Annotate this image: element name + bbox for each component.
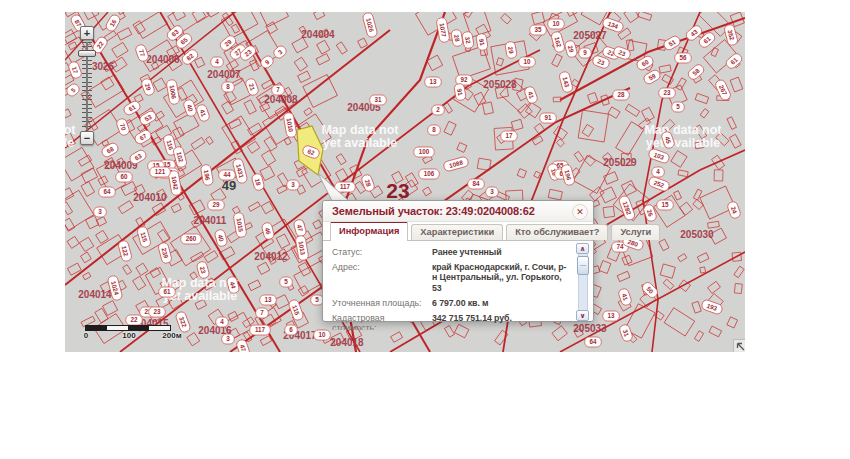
parcel-marker[interactable]: 3 [486,187,499,197]
parcel-marker[interactable]: 13 [425,77,442,87]
svg-text:Map data not: Map data not [321,123,399,137]
svg-text:10: 10 [552,20,560,27]
parcel-marker[interactable]: 106 [419,169,440,179]
svg-text:yet available: yet available [646,136,720,150]
scrollbar-thumb[interactable] [577,256,589,275]
zoom-out-button[interactable]: − [80,131,94,145]
parcel-marker[interactable]: 60 [116,172,133,182]
svg-text:91: 91 [544,114,552,121]
parcel-marker[interactable]: 4 [652,167,665,177]
quarter-label: 205030 [680,229,714,240]
svg-text:117: 117 [255,326,266,333]
quarter-label: 204012 [254,251,288,262]
tab-who-services[interactable]: Кто обслуживает? [506,224,608,240]
parcel-marker[interactable]: 15 [657,200,674,210]
tab-services[interactable]: Услуги [611,224,660,240]
svg-text:8: 8 [432,126,436,133]
parcel-marker[interactable]: 7 [272,85,285,95]
parcel-marker[interactable]: 8 [428,125,441,135]
parcel-marker[interactable]: 7 [256,308,269,318]
field-label: Статус: [332,247,428,258]
svg-text:2: 2 [436,106,440,113]
parcel-marker[interactable]: 3 [222,334,235,344]
parcel-marker[interactable]: 10 [519,57,536,67]
zoom-slider[interactable]: + − [78,26,96,148]
parcel-marker[interactable]: 260 [181,234,202,244]
svg-text:5: 5 [284,278,288,285]
parcel-info-popup: Земельный участок: 23:49:0204008:62 ✕ Ин… [322,200,594,322]
field-label: Адрес: [332,262,428,294]
map-watermark: Map data notyet available [644,123,722,150]
parcel-marker[interactable]: 2 [432,105,445,115]
quarter-label: 205028 [483,79,517,90]
parcel-marker[interactable]: 3 [287,180,300,190]
parcel-marker[interactable]: 29 [208,200,225,210]
map-corner-arrow-icon[interactable] [733,339,745,352]
parcel-marker[interactable]: 13 [260,295,277,305]
close-icon[interactable]: ✕ [572,204,588,220]
scale-bar: 0 100 200м [83,322,193,344]
tab-information[interactable]: Информация [330,220,408,241]
parcel-marker[interactable]: 64 [585,337,602,347]
parcel-marker[interactable]: 64 [99,187,116,197]
parcel-marker[interactable]: 3 [94,207,107,217]
parcel-marker[interactable]: 8 [222,82,235,92]
parcel-marker[interactable]: 56 [675,53,692,63]
popup-title: Земельный участок: 23:49:0204008:62 [332,205,535,217]
parcel-marker[interactable]: 17 [501,131,518,141]
parcel-marker[interactable]: 9 [579,48,592,58]
svg-text:35: 35 [534,26,542,33]
parcel-marker[interactable]: 13 [603,311,620,321]
svg-text:Map data not: Map data not [644,123,722,137]
svg-text:17: 17 [505,132,513,139]
parcel-marker[interactable]: 6 [285,325,298,335]
popup-callout-tail [312,168,357,204]
popup-scrollbar[interactable]: ∧ ∨ [576,243,589,321]
field-value: край Краснодарский, г. Сочи, р-н Централ… [432,262,569,294]
svg-text:31: 31 [374,96,382,103]
scale-label-0: 0 [84,331,88,340]
svg-text:61: 61 [163,288,171,295]
parcel-marker[interactable]: 100 [414,147,435,157]
district-label: 23 [386,179,409,202]
scroll-up-icon[interactable]: ∧ [576,243,589,254]
parcel-marker[interactable]: 23 [149,307,166,317]
field-row: Адрес:край Краснодарский, г. Сочи, р-н Ц… [332,262,569,294]
parcel-marker[interactable]: 31 [370,95,387,105]
field-row: Уточненная площадь:6 797.00 кв. м [332,298,569,309]
zoom-slider-handle[interactable] [78,50,96,57]
parcel-marker[interactable]: 28 [613,90,630,100]
parcel-marker[interactable]: 5 [280,277,293,287]
scale-label-100: 100 [122,331,135,340]
field-label: Кадастровая стоимость: [332,313,428,330]
parcel-marker[interactable]: 117 [250,325,271,335]
scroll-down-icon[interactable]: ∨ [576,310,589,321]
quarter-label: 204014 [78,289,112,300]
parcel-marker[interactable]: 44 [219,170,236,180]
parcel-marker[interactable]: 4 [211,57,224,67]
scale-label-200m: 200м [162,331,181,340]
parcel-marker[interactable]: 61 [159,287,176,297]
parcel-marker[interactable]: 35 [530,25,547,35]
svg-text:64: 64 [103,188,111,195]
parcel-marker[interactable]: 84 [468,179,485,189]
zoom-in-button[interactable]: + [80,26,94,40]
parcel-marker[interactable]: 92 [456,75,473,85]
svg-text:100: 100 [419,148,430,155]
parcel-marker[interactable]: 91 [540,113,557,123]
parcel-marker[interactable]: 121 [150,167,171,177]
quarter-label: 204010 [133,192,167,203]
parcel-marker[interactable]: 5 [672,102,685,112]
tab-characteristics[interactable]: Характеристики [411,224,503,240]
svg-text:260: 260 [186,235,197,242]
svg-text:13: 13 [429,78,437,85]
svg-text:92: 92 [460,76,468,83]
parcel-marker[interactable]: 4 [216,317,229,327]
scale-segment [149,326,170,330]
svg-text:3: 3 [98,208,102,215]
parcel-marker[interactable]: 23 [659,88,676,98]
svg-text:29: 29 [212,201,220,208]
parcel-marker[interactable]: 10 [314,330,331,340]
parcel-marker[interactable]: 10 [548,19,565,29]
svg-text:10: 10 [523,58,531,65]
